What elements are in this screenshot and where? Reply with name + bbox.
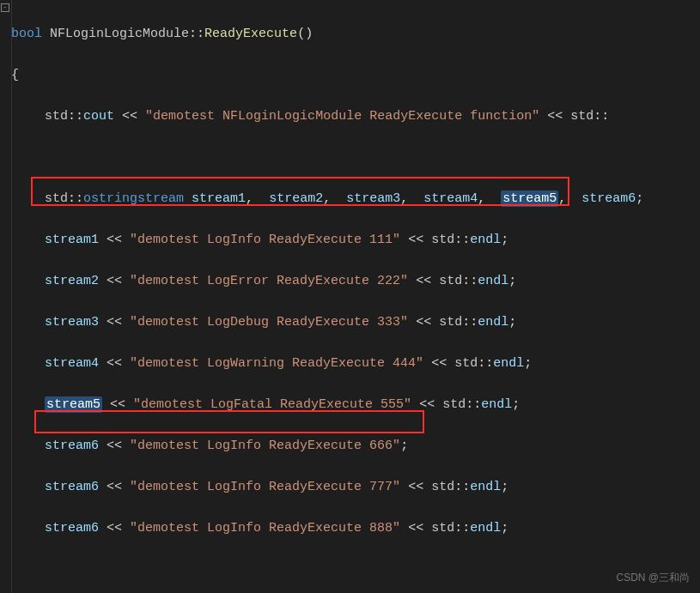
code-line: stream4 << "demotest LogWarning ReadyExe… [3, 354, 700, 374]
code-line: stream3 << "demotest LogDebug ReadyExecu… [3, 312, 700, 333]
selected-token: stream5 [45, 396, 102, 413]
blank-line [3, 148, 700, 168]
code-line: stream1 << "demotest LogInfo ReadyExecut… [3, 230, 700, 251]
code-line: stream5 << "demotest LogFatal ReadyExecu… [3, 395, 700, 415]
code-line: stream6 << "demotest LogInfo ReadyExecut… [3, 518, 700, 539]
code-line: std::cout << "demotest NFLoginLogicModul… [3, 106, 700, 127]
code-line: std::ostringstream stream1, stream2, str… [3, 189, 700, 209]
code-editor[interactable]: bool NFLoginLogicModule::ReadyExecute() … [0, 0, 700, 593]
selected-token: stream5 [501, 191, 558, 207]
code-line: bool NFLoginLogicModule::ReadyExecute() [3, 24, 700, 45]
code-line: stream6 << "demotest LogInfo ReadyExecut… [3, 477, 700, 498]
watermark: CSDN @三和尚 [616, 567, 690, 588]
code-line: stream6 << "demotest LogInfo ReadyExecut… [3, 436, 700, 457]
blank-line [3, 560, 700, 580]
code-line: { [3, 65, 700, 86]
code-line: stream2 << "demotest LogError ReadyExecu… [3, 271, 700, 292]
